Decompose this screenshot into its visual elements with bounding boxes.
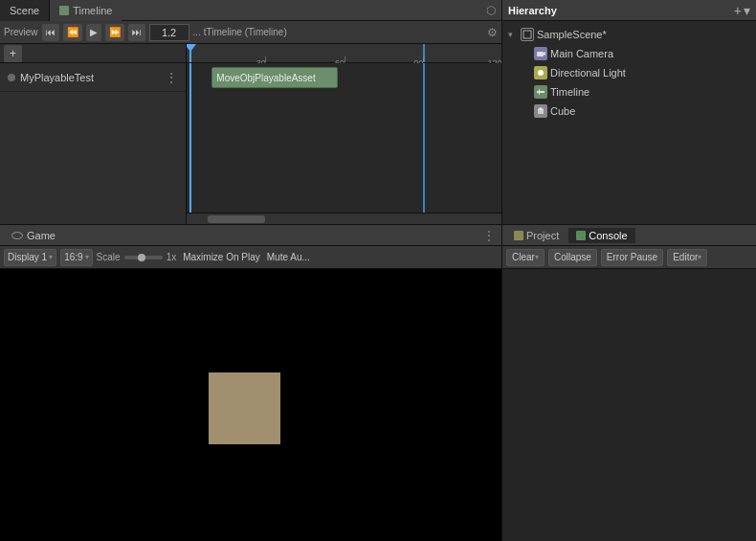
- tree-item-samplescene[interactable]: ▾ SampleScene*: [502, 25, 756, 44]
- clear-label: Clear: [512, 252, 535, 262]
- tree-item-timeline[interactable]: Timeline: [502, 82, 756, 101]
- timeline-content: 30 60 90: [187, 44, 501, 224]
- ruler-mark-60: 60: [345, 56, 345, 62]
- track-more-icon[interactable]: ⋮: [165, 70, 178, 85]
- timeline-tab-label: Timeline: [73, 5, 112, 16]
- console-tab[interactable]: Console: [568, 228, 634, 243]
- folder-icon: [514, 231, 523, 240]
- timeline-clips-area[interactable]: MoveObjPlayableAsset: [187, 63, 501, 213]
- track-name: MyPlayableTest: [20, 72, 94, 83]
- svg-rect-4: [537, 91, 545, 93]
- hierarchy-tab-bar: Hierarchy + ▾: [502, 0, 756, 21]
- console-panel: Project Console Clear ▾ Collapse Error P…: [502, 225, 756, 541]
- aspect-dropdown[interactable]: 16:9 ▾: [60, 249, 92, 266]
- display-dropdown[interactable]: Display 1 ▾: [4, 249, 56, 266]
- scale-slider[interactable]: [124, 256, 163, 259]
- display-arrow-icon: ▾: [49, 253, 53, 261]
- tree-label-camera: Main Camera: [550, 48, 613, 59]
- gear-icon[interactable]: ⚙: [487, 26, 498, 39]
- tree-item-main-camera[interactable]: Main Camera: [502, 44, 756, 63]
- console-content: [502, 269, 756, 541]
- add-arrow-icon: ▾: [744, 3, 750, 18]
- clear-arrow-icon[interactable]: ▾: [535, 253, 539, 261]
- maximize-on-play-button[interactable]: Maximize On Play: [180, 252, 263, 262]
- bottom-row: Game ⋮ Display 1 ▾ 16:9 ▾ Scale 1x Maxim…: [0, 225, 756, 541]
- step-back-button[interactable]: ⏪: [63, 24, 82, 41]
- camera-icon: [534, 47, 547, 60]
- display-label: Display 1: [8, 252, 47, 262]
- editor-label: Editor: [673, 252, 698, 262]
- game-toolbar: Display 1 ▾ 16:9 ▾ Scale 1x Maximize On …: [0, 246, 501, 269]
- editor-button[interactable]: Editor ▾: [667, 249, 707, 266]
- timeline-file-label: ... tTimeline (Timeline): [193, 27, 287, 37]
- tree-arrow-scene: ▾: [508, 30, 518, 39]
- scene-tab-label: Scene: [10, 5, 39, 16]
- maximize-icon[interactable]: ⬡: [480, 4, 501, 17]
- console-tab-bar: Project Console: [502, 225, 756, 246]
- tree-item-dir-light[interactable]: Directional Light: [502, 63, 756, 82]
- track-add-bar: +: [0, 44, 186, 63]
- game-viewport: [0, 269, 501, 541]
- game-tab-more-icon[interactable]: ⋮: [482, 228, 496, 243]
- project-tab-label: Project: [526, 230, 559, 241]
- tree-label-cube: Cube: [550, 105, 575, 117]
- track-dot: [8, 74, 15, 81]
- tree-item-cube[interactable]: Cube: [502, 101, 756, 121]
- blue-marker: [423, 44, 425, 62]
- scene-tab[interactable]: Scene: [0, 0, 49, 21]
- aspect-arrow-icon: ▾: [85, 253, 89, 261]
- preview-label: Preview: [4, 27, 38, 37]
- light-icon: [534, 66, 547, 79]
- add-icon: +: [734, 3, 742, 18]
- step-forward-button[interactable]: ⏩: [105, 24, 124, 41]
- timeline-scrollbar[interactable]: [187, 213, 501, 224]
- error-pause-button[interactable]: Error Pause: [601, 249, 663, 266]
- timeline-tab-icon: [59, 6, 69, 15]
- timeline-tab-bar: Scene Timeline ⬡: [0, 0, 501, 21]
- aspect-label: 16:9: [64, 252, 82, 262]
- collapse-button[interactable]: Collapse: [548, 249, 597, 266]
- play-button[interactable]: ▶: [86, 24, 101, 41]
- scroll-thumb[interactable]: [208, 215, 265, 223]
- tree-label-timeline: Timeline: [550, 86, 589, 98]
- scene-icon: [521, 28, 534, 41]
- timeline-tab[interactable]: Timeline: [50, 0, 122, 21]
- speed-input[interactable]: [149, 24, 189, 41]
- mute-audio-button[interactable]: Mute Au...: [267, 252, 310, 262]
- timeline-clip[interactable]: MoveObjPlayableAsset: [211, 67, 338, 88]
- scale-label: Scale: [97, 252, 121, 262]
- svg-rect-0: [523, 31, 531, 38]
- playhead[interactable]: [189, 44, 191, 62]
- console-tab-icon: [576, 231, 586, 240]
- playhead-line: [189, 63, 191, 213]
- svg-marker-2: [544, 52, 545, 56]
- game-panel: Game ⋮ Display 1 ▾ 16:9 ▾ Scale 1x Maxim…: [0, 225, 502, 541]
- svg-rect-1: [537, 52, 544, 56]
- timeline-panel: Scene Timeline ⬡ Preview ⏮ ⏪ ▶ ⏩ ⏭ ... t…: [0, 0, 502, 224]
- clear-button[interactable]: Clear ▾: [506, 249, 545, 266]
- track-labels: + MyPlayableTest ⋮: [0, 44, 187, 224]
- game-cube: [209, 372, 280, 444]
- ruler-mark-30: 30: [265, 56, 266, 62]
- scale-thumb: [138, 254, 145, 261]
- hierarchy-add-button[interactable]: + ▾: [734, 3, 750, 18]
- top-row: Scene Timeline ⬡ Preview ⏮ ⏪ ▶ ⏩ ⏭ ... t…: [0, 0, 756, 225]
- add-track-button[interactable]: +: [4, 45, 22, 62]
- console-toolbar: Clear ▾ Collapse Error Pause Editor ▾: [502, 246, 756, 269]
- hierarchy-panel: Hierarchy + ▾ ▾ SampleScene* Main: [502, 0, 756, 224]
- skip-back-button[interactable]: ⏮: [42, 24, 59, 41]
- skip-forward-button[interactable]: ⏭: [128, 24, 145, 41]
- game-tab[interactable]: Game: [6, 228, 61, 243]
- track-label-item[interactable]: MyPlayableTest ⋮: [0, 63, 186, 92]
- timeline-tracks: + MyPlayableTest ⋮ 30: [0, 44, 501, 224]
- game-tab-label: Game: [27, 230, 56, 241]
- svg-rect-5: [539, 89, 540, 95]
- scale-value: 1x: [167, 252, 177, 262]
- project-tab[interactable]: Project: [506, 228, 567, 243]
- ruler-marks: 30 60 90: [187, 44, 501, 62]
- editor-arrow-icon[interactable]: ▾: [698, 253, 701, 261]
- cube-icon: [534, 104, 547, 118]
- timeline-item-icon: [534, 85, 547, 99]
- tree-label-light: Directional Light: [550, 67, 626, 79]
- blue-line: [423, 63, 425, 213]
